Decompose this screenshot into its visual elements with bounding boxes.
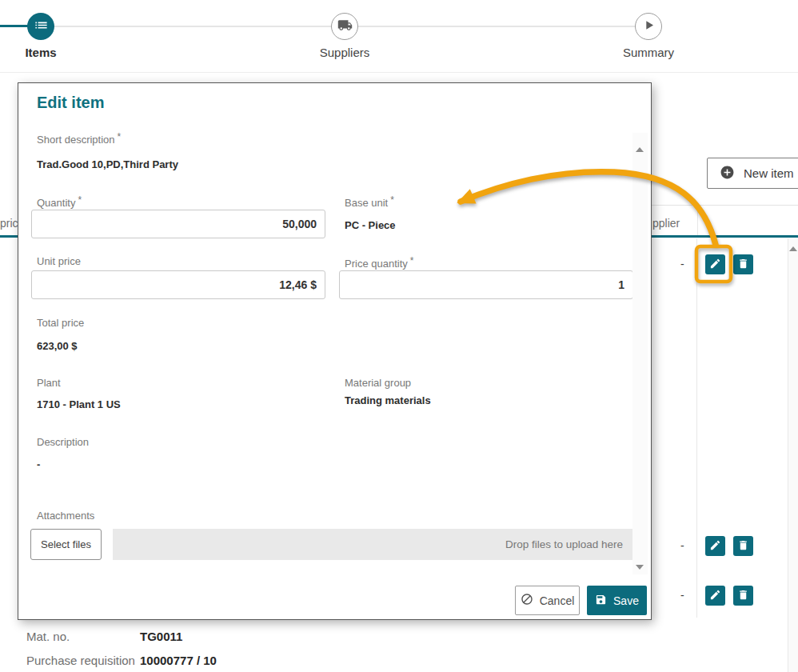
divider xyxy=(0,72,798,73)
price-quantity-input[interactable] xyxy=(339,270,633,299)
total-price-label: Total price xyxy=(37,317,84,329)
pencil-icon xyxy=(709,539,721,554)
edit-item-button[interactable] xyxy=(705,536,725,556)
unit-price-label: Unit price xyxy=(37,255,81,267)
table-header-border xyxy=(652,205,798,206)
scroll-up-icon[interactable] xyxy=(789,246,797,251)
column-divider xyxy=(696,238,697,618)
new-item-label: New item xyxy=(744,166,794,180)
screen: Items Suppliers Summary pric pplier New … xyxy=(0,0,798,672)
plus-circle-icon xyxy=(720,165,735,182)
table-cell-supplier: - xyxy=(680,258,684,270)
step-connector xyxy=(358,26,635,27)
short-description-value: Trad.Good 10,PD,Third Party xyxy=(37,158,178,170)
material-group-label: Material group xyxy=(345,377,411,389)
save-icon xyxy=(595,594,607,608)
step-connector-active xyxy=(0,25,29,27)
delete-item-button[interactable] xyxy=(733,254,753,274)
material-group-value: Trading materials xyxy=(345,394,431,406)
column-header-supplier-fragment: pplier xyxy=(652,217,680,230)
step-connector xyxy=(54,26,331,27)
base-unit-label: Base unit* xyxy=(345,194,394,209)
quantity-label: Quantity* xyxy=(37,194,82,209)
dialog-scrollbar[interactable] xyxy=(632,133,648,574)
plant-value: 1710 - Plant 1 US xyxy=(37,398,121,410)
save-label: Save xyxy=(613,594,639,607)
price-quantity-label: Price quantity* xyxy=(345,255,413,270)
detail-label: Purchase requisition xyxy=(26,654,135,667)
column-divider xyxy=(697,206,698,235)
total-price-value: 623,00 $ xyxy=(37,340,78,352)
plant-label: Plant xyxy=(37,377,61,389)
trash-icon xyxy=(737,539,749,554)
step-summary[interactable] xyxy=(635,13,662,40)
trash-icon xyxy=(737,589,749,603)
table-cell-supplier: - xyxy=(680,589,684,602)
block-icon xyxy=(521,593,533,608)
cancel-button[interactable]: Cancel xyxy=(515,586,580,615)
step-suppliers[interactable] xyxy=(331,13,358,40)
step-label-suppliers[interactable]: Suppliers xyxy=(320,46,370,59)
table-header-underline xyxy=(652,235,798,238)
short-description-label: Short description* xyxy=(37,131,121,146)
step-label-items[interactable]: Items xyxy=(25,46,56,59)
page-scrollbar[interactable] xyxy=(788,238,798,672)
description-label: Description xyxy=(37,436,89,448)
edit-item-dialog: Edit item Short description* Trad.Good 1… xyxy=(18,82,652,620)
dropzone-hint: Drop files to upload here xyxy=(505,538,623,550)
delete-item-button[interactable] xyxy=(733,586,753,606)
truck-icon xyxy=(337,18,353,36)
cancel-label: Cancel xyxy=(540,594,575,607)
detail-value-purchase-requisition: 10000777 / 10 xyxy=(140,654,217,667)
edit-item-button[interactable] xyxy=(705,254,725,274)
step-label-summary[interactable]: Summary xyxy=(623,46,674,59)
list-icon xyxy=(34,18,49,36)
unit-price-input[interactable] xyxy=(31,270,325,299)
scroll-down-icon[interactable] xyxy=(636,565,644,570)
quantity-input[interactable] xyxy=(31,210,325,238)
column-header-unit-price-fragment: pric xyxy=(0,217,18,230)
select-files-button[interactable]: Select files xyxy=(30,529,102,560)
delete-item-button[interactable] xyxy=(733,536,753,556)
save-button[interactable]: Save xyxy=(587,586,647,615)
step-items[interactable] xyxy=(27,13,54,40)
pencil-icon xyxy=(709,258,721,272)
dialog-title: Edit item xyxy=(37,94,104,112)
table-cell-supplier: - xyxy=(680,539,684,552)
file-dropzone[interactable]: Drop files to upload here xyxy=(113,529,632,560)
detail-label: Mat. no. xyxy=(26,630,70,643)
detail-value-mat-no: TG0011 xyxy=(140,630,182,643)
table-header-underline xyxy=(0,235,18,238)
new-item-button[interactable]: New item xyxy=(707,158,798,189)
play-icon xyxy=(641,18,656,36)
pencil-icon xyxy=(709,589,721,603)
base-unit-value: PC - Piece xyxy=(345,219,396,231)
scroll-up-icon[interactable] xyxy=(636,147,644,152)
edit-item-button[interactable] xyxy=(705,586,725,606)
attachments-label: Attachments xyxy=(37,510,94,522)
description-value: - xyxy=(37,458,40,470)
trash-icon xyxy=(737,258,749,272)
